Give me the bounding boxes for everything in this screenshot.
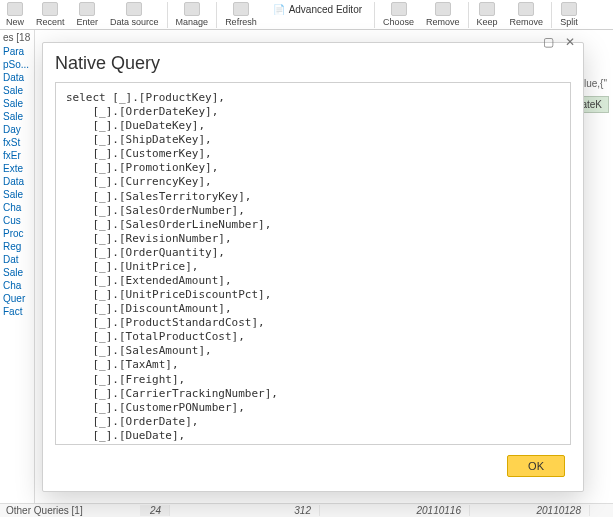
status-other-queries: Other Queries [1] (0, 505, 89, 516)
enter-icon (79, 2, 95, 16)
remove-rows-label: Remove (510, 17, 544, 27)
query-item[interactable]: Cha (0, 279, 34, 292)
refresh-icon (233, 2, 249, 16)
query-item[interactable]: Dat (0, 253, 34, 266)
separator (167, 2, 168, 28)
keep-label: Keep (477, 17, 498, 27)
status-bar: Other Queries [1] 24 312 20110116 201101… (0, 503, 613, 517)
recent-icon (42, 2, 58, 16)
dialog-title: Native Query (43, 43, 583, 82)
query-item[interactable]: Proc (0, 227, 34, 240)
new-icon (7, 2, 23, 16)
row-index: 24 (140, 505, 170, 516)
choose-label: Choose (383, 17, 414, 27)
new-label: New (6, 17, 24, 27)
formula-fragment: lue,{" (584, 78, 607, 89)
manage-label: Manage (176, 17, 209, 27)
separator (468, 2, 469, 28)
remove-columns-button[interactable]: Remove (420, 2, 466, 27)
cell-value-2[interactable]: 20110116 (320, 505, 470, 516)
refresh-label: Refresh (225, 17, 257, 27)
query-item[interactable]: Cha (0, 201, 34, 214)
new-button[interactable]: New (0, 2, 30, 27)
recent-button[interactable]: Recent (30, 2, 71, 27)
enter-button[interactable]: Enter (71, 2, 105, 27)
queries-pane: es [18 ParapSo...DataSaleSaleSaleDayfxSt… (0, 30, 35, 503)
query-item[interactable]: fxEr (0, 149, 34, 162)
query-item[interactable]: Sale (0, 110, 34, 123)
query-item[interactable]: Day (0, 123, 34, 136)
advanced-editor-label: Advanced Editor (289, 4, 362, 15)
query-item[interactable]: Data (0, 71, 34, 84)
remove-rows-icon (518, 2, 534, 16)
query-item[interactable]: Cus (0, 214, 34, 227)
query-item[interactable]: Data (0, 175, 34, 188)
remove-rows-button[interactable]: Remove (504, 2, 550, 27)
separator (374, 2, 375, 28)
split-label: Split (560, 17, 578, 27)
query-text[interactable]: select [_].[ProductKey], [_].[OrderDateK… (55, 82, 571, 445)
restore-icon[interactable]: ▢ (541, 35, 555, 49)
choose-button[interactable]: Choose (377, 2, 420, 27)
manage-button[interactable]: Manage (170, 2, 215, 27)
query-item[interactable]: Quer (0, 292, 34, 305)
close-icon[interactable]: ✕ (563, 35, 577, 49)
query-item[interactable]: Sale (0, 84, 34, 97)
queries-header: es [18 (0, 30, 34, 45)
keep-icon (479, 2, 495, 16)
datasource-label: Data source (110, 17, 159, 27)
enter-label: Enter (77, 17, 99, 27)
query-item[interactable]: Fact (0, 305, 34, 318)
refresh-button[interactable]: Refresh (219, 2, 263, 27)
query-item[interactable]: pSo... (0, 58, 34, 71)
separator (216, 2, 217, 28)
manage-icon (184, 2, 200, 16)
split-button[interactable]: Split (554, 2, 584, 27)
remove-icon (435, 2, 451, 16)
keep-button[interactable]: Keep (471, 2, 504, 27)
query-item[interactable]: Para (0, 45, 34, 58)
query-item[interactable]: Exte (0, 162, 34, 175)
remove-label: Remove (426, 17, 460, 27)
choose-icon (391, 2, 407, 16)
recent-label: Recent (36, 17, 65, 27)
query-item[interactable]: Sale (0, 97, 34, 110)
query-item[interactable]: fxSt (0, 136, 34, 149)
separator (551, 2, 552, 28)
cell-value-1[interactable]: 312 (170, 505, 320, 516)
ok-button[interactable]: OK (507, 455, 565, 477)
datasource-button[interactable]: Data source (104, 2, 165, 27)
advanced-editor-button[interactable]: 📄Advanced Editor (267, 2, 368, 17)
query-item[interactable]: Reg (0, 240, 34, 253)
query-item[interactable]: Sale (0, 266, 34, 279)
native-query-dialog: ▢ ✕ Native Query select [_].[ProductKey]… (42, 42, 584, 492)
sql-body: select [_].[ProductKey], [_].[OrderDateK… (66, 91, 278, 445)
query-item[interactable]: Sale (0, 188, 34, 201)
advanced-editor-icon: 📄 (273, 4, 285, 15)
datasource-icon (126, 2, 142, 16)
cell-value-3[interactable]: 20110128 (470, 505, 590, 516)
split-icon (561, 2, 577, 16)
